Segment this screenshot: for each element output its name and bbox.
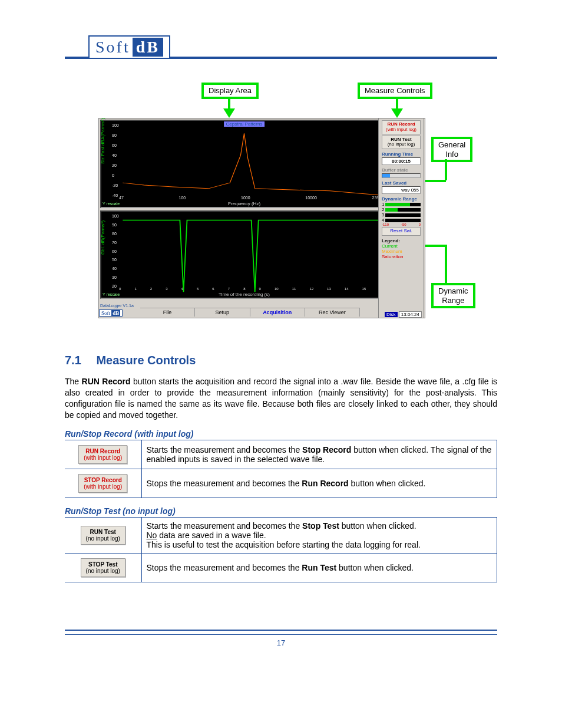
text: Stops the measurement and becomes the xyxy=(147,563,302,572)
tick: 3 xyxy=(166,287,167,291)
table-row: RUN Record (with input log) Starts the m… xyxy=(65,440,497,469)
page-header: Soft dB xyxy=(65,35,497,59)
tick: 15 xyxy=(362,287,366,291)
run-record-button[interactable]: RUN Record (with input log) xyxy=(382,120,421,134)
btn-line1: RUN Test xyxy=(90,529,116,535)
chart1-trace xyxy=(101,121,387,207)
text: button when clicked. xyxy=(336,563,414,572)
logo: Soft dB xyxy=(88,35,170,59)
section-paragraph: The RUN Record button starts the acquisi… xyxy=(65,376,497,421)
text: Stops the measurement and becomes the xyxy=(147,479,302,488)
dyn-row-label: 1 xyxy=(382,202,384,207)
arrow-down-icon xyxy=(223,108,235,118)
table-row: STOP Test (no input log) Stops the measu… xyxy=(65,553,497,582)
callout-arrow xyxy=(445,159,447,180)
btn-line2: (no input log) xyxy=(86,568,120,574)
section-title: Measure Controls xyxy=(96,354,196,367)
status-logo: Soft dB xyxy=(99,309,123,317)
page-footer: 17 xyxy=(65,630,497,647)
bold-text: Run Test xyxy=(302,563,336,572)
table-heading-record: Run/Stop Record (with input log) xyxy=(65,429,497,440)
tick: 4 xyxy=(181,287,183,291)
disk-indicator: Disk xyxy=(385,312,398,317)
footer-rule xyxy=(65,634,497,635)
run-record-button-img: RUN Record (with input log) xyxy=(78,445,127,464)
logo-db-text: dB xyxy=(111,310,120,316)
statusbar: DataLogger V1.1a Soft dB File Setup Acqu… xyxy=(99,300,425,317)
section-heading: 7.1 Measure Controls xyxy=(65,354,497,367)
reset-sat-button[interactable]: Reset Sat. xyxy=(382,227,421,236)
dyn-scale: -110 xyxy=(382,223,389,226)
desc-cell: Starts the measurement and becomes the S… xyxy=(141,440,497,469)
tick: 12 xyxy=(309,287,313,291)
button-cell: RUN Record (with input log) xyxy=(65,440,141,469)
tick: 100 xyxy=(179,196,186,200)
tick: 13 xyxy=(327,287,331,291)
table-row: RUN Test (no input log) Starts the measu… xyxy=(65,518,497,554)
text: Starts the measurement and becomes the xyxy=(147,521,303,531)
right-panel: RUN Record (with input log) RUN Test (no… xyxy=(378,118,424,318)
menubar: File Setup Acquisition Rec Viewer xyxy=(140,308,360,317)
button-cell: RUN Test (no input log) xyxy=(65,518,141,554)
legend-max: Maximum xyxy=(382,249,421,254)
desc-cell: Starts the measurement and becomes the S… xyxy=(141,518,497,554)
btn-line1: RUN Record xyxy=(85,448,120,454)
running-time-label: Running Time xyxy=(382,151,421,157)
tick: 7 xyxy=(228,287,230,291)
menu-file[interactable]: File xyxy=(140,308,195,317)
tick: 2 xyxy=(150,287,152,291)
test-table: RUN Test (no input log) Starts the measu… xyxy=(65,518,497,582)
annotated-screenshot: Display Area Measure Controls General In… xyxy=(92,83,470,336)
y-rescale[interactable]: Y rescale xyxy=(103,202,120,206)
tick: 9 xyxy=(259,287,261,291)
buffer-state-bar xyxy=(382,173,421,178)
header-rule-left xyxy=(65,57,88,59)
bold-text: Run Record xyxy=(302,479,348,488)
chart2-trace xyxy=(101,212,387,298)
callout-arrow xyxy=(396,98,398,108)
section-number: 7.1 xyxy=(65,354,81,367)
btn-line2: (with input log) xyxy=(84,454,122,461)
stop-test-button-img: STOP Test (no input log) xyxy=(81,558,125,577)
callout-arrow xyxy=(424,180,446,182)
desc-cell: Stops the measurement and becomes the Ru… xyxy=(141,469,497,498)
spectrum-chart: Slz Fast dBA(Parms*) Cepstral Patterns 1… xyxy=(100,120,388,208)
app-window: Slz Fast dBA(Parms*) Cepstral Patterns 1… xyxy=(98,118,425,318)
arrow-down-icon xyxy=(391,108,403,118)
text: Starts the measurement and becomes the xyxy=(147,445,303,454)
chart2-xticks: 0 1 2 3 4 5 6 7 8 9 10 11 12 13 14 15 16 xyxy=(119,287,384,291)
clock: 13:04:24 xyxy=(399,311,422,318)
dyn-row-label: 3 xyxy=(382,212,384,218)
logo-soft-text: Soft xyxy=(101,310,110,316)
tick: 10 xyxy=(275,287,279,291)
legend-sat: Saturation xyxy=(382,254,421,259)
run-record-sub: (with input log) xyxy=(382,127,420,133)
menu-rec-viewer[interactable]: Rec Viewer xyxy=(305,308,360,317)
time-chart: Gbl. dB(Parms*) 100 90 80 70 60 50 40 30… xyxy=(100,210,388,299)
underline-text: No xyxy=(147,531,157,540)
last-saved-value: wav 055 xyxy=(382,186,421,194)
chart1-xticks: 47 100 1000 10000 23953 xyxy=(119,196,384,200)
run-test-button[interactable]: RUN Test (no input log) xyxy=(382,136,421,150)
run-test-button-img: RUN Test (no input log) xyxy=(81,526,125,545)
menu-acquisition[interactable]: Acquisition xyxy=(250,308,305,317)
callout-arrow xyxy=(424,245,446,247)
y-rescale[interactable]: Y rescale xyxy=(103,292,120,297)
menu-setup[interactable]: Setup xyxy=(195,308,250,317)
tick: 11 xyxy=(292,287,296,291)
logo-soft-text: Soft xyxy=(95,38,133,57)
page-number: 17 xyxy=(277,638,285,647)
bold-text: RUN Record xyxy=(82,377,131,386)
dyn-scale: -50 xyxy=(401,223,406,226)
text: This is useful to test the acquisition b… xyxy=(147,540,421,549)
btn-line2: (no input log) xyxy=(86,535,120,542)
tick: 1000 xyxy=(241,196,250,200)
btn-line1: STOP Test xyxy=(88,561,117,568)
tick: 1 xyxy=(134,287,136,291)
buffer-state-label: Buffer state xyxy=(382,167,421,173)
table-row: STOP Record (with input log) Stops the m… xyxy=(65,469,497,498)
callout-display-area: Display Area xyxy=(201,83,259,99)
running-time-value: 00:00:15 xyxy=(382,157,421,165)
legend-current: Current xyxy=(382,243,421,249)
run-test-sub: (no input log) xyxy=(382,142,420,147)
